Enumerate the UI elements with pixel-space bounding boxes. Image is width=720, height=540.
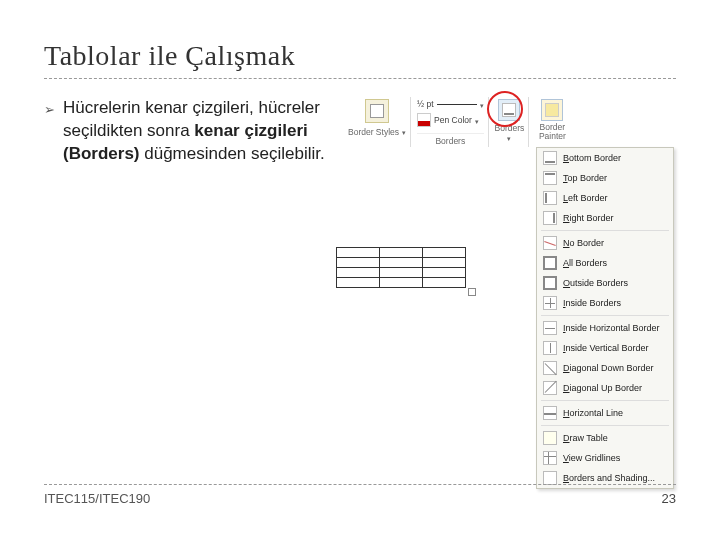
- menu-item[interactable]: View Gridlines: [537, 448, 673, 468]
- menu-item-label: Borders and Shading...: [563, 473, 655, 483]
- menu-item[interactable]: Left Border: [537, 188, 673, 208]
- footer-course-code: ITEC115/ITEC190: [44, 491, 150, 506]
- menu-item[interactable]: Inside Borders: [537, 293, 673, 313]
- line-weight-sample: [437, 104, 477, 105]
- menu-item-label: Diagonal Down Border: [563, 363, 654, 373]
- menu-item-label: Draw Table: [563, 433, 608, 443]
- border-styles-button[interactable]: [365, 99, 389, 123]
- borders-icon: [502, 103, 516, 117]
- pen-color-dropdown[interactable]: Pen Color▾: [417, 113, 484, 127]
- bullet-arrow-icon: ➢: [44, 97, 55, 166]
- menu-item[interactable]: All Borders: [537, 253, 673, 273]
- left-icon: [543, 191, 557, 205]
- painter-icon: [545, 103, 559, 117]
- chevron-down-icon: ▾: [475, 116, 479, 125]
- top-icon: [543, 171, 557, 185]
- menu-item-label: All Borders: [563, 258, 607, 268]
- chevron-down-icon: ▾: [480, 100, 484, 109]
- grid-icon: [543, 451, 557, 465]
- menu-item-label: Diagonal Up Border: [563, 383, 642, 393]
- chevron-down-icon: ▾: [507, 133, 511, 142]
- menu-item-label: Inside Horizontal Border: [563, 323, 660, 333]
- border-styles-group: Border Styles▾: [344, 97, 411, 147]
- menu-item[interactable]: Top Border: [537, 168, 673, 188]
- menu-separator: [541, 400, 669, 401]
- pen-color-label: Pen Color: [434, 115, 472, 125]
- du-icon: [543, 381, 557, 395]
- bullet-text: Hücrelerin kenar çizgileri, hücreler seç…: [63, 97, 334, 166]
- borders-button-label: Borders: [495, 123, 525, 133]
- menu-separator: [541, 230, 669, 231]
- border-painter-label: Border Painter: [535, 123, 569, 142]
- border-icon: [543, 471, 557, 485]
- all-icon: [543, 256, 557, 270]
- out-icon: [543, 276, 557, 290]
- menu-item[interactable]: Inside Vertical Border: [537, 338, 673, 358]
- menu-item[interactable]: Draw Table: [537, 428, 673, 448]
- borders-button-group: Borders ▾: [491, 97, 530, 147]
- border-painter-button[interactable]: [541, 99, 563, 121]
- ribbon-fragment: Border Styles▾ ½ pt▾ Pen Color▾ Borders …: [344, 97, 674, 147]
- menu-separator: [541, 315, 669, 316]
- menu-item-label: Left Border: [563, 193, 608, 203]
- dd-icon: [543, 361, 557, 375]
- menu-item[interactable]: Inside Horizontal Border: [537, 318, 673, 338]
- draw-icon: [543, 431, 557, 445]
- menu-item-label: Bottom Border: [563, 153, 621, 163]
- border-painter-group: Border Painter: [531, 97, 573, 147]
- hl-icon: [543, 406, 557, 420]
- slide-footer: ITEC115/ITEC190 23: [44, 484, 676, 506]
- bottom-icon: [543, 151, 557, 165]
- menu-item-label: Inside Vertical Border: [563, 343, 649, 353]
- inh-icon: [543, 321, 557, 335]
- border-styles-label: Border Styles: [348, 127, 399, 137]
- bullet-text-part2: düğmesinden seçilebilir.: [140, 144, 325, 163]
- borders-group-label: Borders: [417, 133, 484, 146]
- slide-title: Tablolar ile Çalışmak: [44, 40, 676, 72]
- style-preview-icon: [370, 104, 384, 118]
- borders-dropdown-menu: Bottom BorderTop BorderLeft BorderRight …: [536, 147, 674, 489]
- line-weight-dropdown[interactable]: ½ pt▾: [417, 99, 484, 109]
- menu-item-label: Right Border: [563, 213, 614, 223]
- line-weight-value: ½ pt: [417, 99, 434, 109]
- ui-screenshot-area: Border Styles▾ ½ pt▾ Pen Color▾ Borders …: [344, 97, 674, 166]
- pen-color-icon: [417, 113, 431, 127]
- pen-options-group: ½ pt▾ Pen Color▾ Borders: [413, 97, 489, 147]
- menu-item[interactable]: Outside Borders: [537, 273, 673, 293]
- borders-button[interactable]: [498, 99, 520, 121]
- menu-item[interactable]: Diagonal Up Border: [537, 378, 673, 398]
- menu-item[interactable]: Horizontal Line: [537, 403, 673, 423]
- menu-item[interactable]: No Border: [537, 233, 673, 253]
- no-icon: [543, 236, 557, 250]
- menu-item[interactable]: Bottom Border: [537, 148, 673, 168]
- in-icon: [543, 296, 557, 310]
- menu-item-label: Outside Borders: [563, 278, 628, 288]
- menu-separator: [541, 425, 669, 426]
- menu-item[interactable]: Diagonal Down Border: [537, 358, 673, 378]
- right-icon: [543, 211, 557, 225]
- page-number: 23: [662, 491, 676, 506]
- chevron-down-icon: ▾: [402, 127, 406, 136]
- bullet-item: ➢ Hücrelerin kenar çizgileri, hücreler s…: [44, 97, 334, 166]
- menu-item-label: View Gridlines: [563, 453, 620, 463]
- inv-icon: [543, 341, 557, 355]
- title-divider: [44, 78, 676, 79]
- menu-item-label: Inside Borders: [563, 298, 621, 308]
- menu-item-label: Horizontal Line: [563, 408, 623, 418]
- menu-item[interactable]: Right Border: [537, 208, 673, 228]
- menu-item-label: Top Border: [563, 173, 607, 183]
- menu-item-label: No Border: [563, 238, 604, 248]
- sample-table: [336, 247, 466, 288]
- resize-handle-icon: [468, 288, 476, 296]
